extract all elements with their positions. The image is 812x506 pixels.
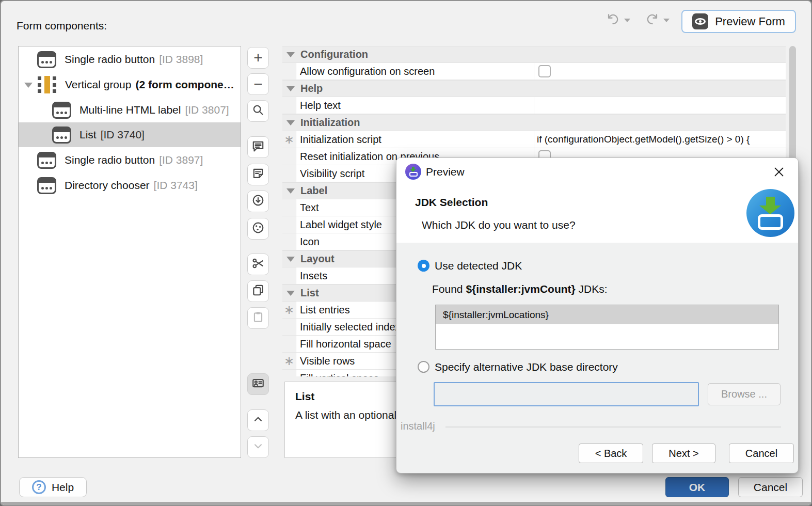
close-icon[interactable] — [771, 164, 787, 180]
property-group-configuration[interactable]: Configuration — [282, 46, 786, 63]
collapse-triangle-icon[interactable] — [286, 86, 295, 91]
form-component-icon — [52, 102, 71, 119]
column-divider — [534, 63, 534, 80]
tree-item-label: Single radio button — [65, 154, 155, 166]
property-name: Visible rows — [300, 353, 355, 369]
jdk-directory-field[interactable] — [434, 382, 699, 406]
search-button[interactable] — [247, 100, 269, 122]
move-up-button[interactable] — [247, 409, 269, 431]
cut-button[interactable] — [247, 254, 269, 275]
property-gutter — [282, 216, 296, 233]
copy-icon — [251, 283, 265, 299]
download-icon — [251, 194, 265, 209]
property-row-initialization-script[interactable]: ∗Initialization scriptif (configurationO… — [282, 131, 786, 148]
copy-button[interactable] — [247, 280, 269, 302]
tree-item-directory-chooser[interactable]: Directory chooser[ID 3743] — [19, 173, 241, 198]
tree-item-single-radio-button[interactable]: Single radio button[ID 3898] — [19, 47, 241, 72]
property-gutter — [282, 370, 296, 376]
found-suffix: JDKs: — [576, 283, 608, 295]
redo-icon[interactable] — [645, 12, 659, 28]
add-button[interactable]: + — [247, 47, 269, 69]
property-value[interactable]: if (configurationObject.getModel().getSi… — [537, 131, 750, 148]
collapse-triangle-icon[interactable] — [286, 52, 295, 57]
preview-dialog-header: Preview JDK Selection Which JDK do you w… — [396, 158, 798, 243]
preview-form-button[interactable]: Preview Form — [681, 10, 796, 33]
property-name: Visibility script — [300, 165, 364, 182]
undo-dropdown-icon[interactable] — [624, 19, 630, 22]
property-gutter — [282, 199, 296, 216]
collapse-triangle-icon[interactable] — [286, 120, 295, 125]
comment-icon — [251, 139, 265, 155]
property-name: Help text — [300, 97, 341, 114]
help-button[interactable]: ? Help — [19, 477, 87, 497]
redo-control[interactable] — [645, 12, 670, 28]
note-icon — [251, 167, 265, 182]
collapse-triangle-icon[interactable] — [286, 257, 295, 262]
note-button[interactable] — [247, 164, 269, 185]
form-component-icon — [52, 126, 71, 144]
use-detected-jdk-radio[interactable] — [418, 260, 429, 272]
tree-item-single-radio-button[interactable]: Single radio button[ID 3897] — [19, 148, 241, 172]
column-divider — [534, 97, 534, 114]
collapse-triangle-icon[interactable] — [286, 291, 295, 296]
expander-icon[interactable] — [24, 83, 33, 88]
preview-eye-icon — [692, 13, 708, 29]
use-detected-jdk-label: Use detected JDK — [435, 260, 522, 272]
found-variable: ${installer:jvmCount} — [466, 283, 575, 295]
jdk-list-selected-entry[interactable]: ${installer:jvmLocations} — [436, 305, 778, 324]
jdk-list[interactable]: ${installer:jvmLocations} — [435, 305, 779, 350]
move-down-button[interactable] — [247, 436, 269, 458]
next-button[interactable]: Next > — [652, 444, 715, 463]
specify-alternative-jdk-label: Specify alternative JDK base directory — [435, 361, 618, 373]
tree-item-label: Vertical group — [65, 78, 131, 91]
ok-button[interactable]: OK — [665, 477, 729, 497]
vertical-group-icon — [37, 76, 57, 93]
dialog-cancel-button[interactable]: Cancel — [729, 444, 794, 463]
collapse-triangle-icon[interactable] — [286, 188, 295, 194]
socket-button[interactable] — [247, 218, 269, 240]
property-group-label: List — [300, 287, 319, 299]
move-up-icon — [251, 413, 265, 428]
tree-item-vertical-group[interactable]: Vertical group(2 form compone… — [19, 72, 241, 97]
property-checkbox[interactable] — [538, 65, 551, 77]
property-name: Label widget style — [300, 216, 382, 233]
undo-icon[interactable] — [606, 12, 620, 28]
property-gutter — [282, 319, 296, 335]
add-icon: + — [253, 50, 263, 66]
wizard-step-title: JDK Selection — [415, 196, 488, 209]
redo-dropdown-icon[interactable] — [663, 19, 670, 22]
property-group-label: Label — [300, 185, 327, 197]
tree-item-list[interactable]: List[ID 3740] — [19, 122, 241, 147]
browse-button[interactable]: Browse ... — [708, 383, 781, 405]
download-button[interactable] — [247, 191, 269, 212]
back-button[interactable]: < Back — [579, 444, 643, 463]
form-components-tree: Single radio button[ID 3898]Vertical gro… — [18, 46, 241, 458]
contact-card-button[interactable] — [247, 373, 269, 395]
help-icon: ? — [32, 480, 46, 494]
undo-control[interactable] — [606, 12, 630, 28]
property-group-label: Initialization — [300, 117, 360, 129]
socket-icon — [251, 221, 265, 236]
tree-item-id: [ID 3898] — [159, 53, 203, 66]
remove-button[interactable]: − — [247, 73, 269, 95]
property-group-help[interactable]: Help — [282, 80, 786, 97]
asterisk-icon: ∗ — [284, 132, 294, 147]
paste-button[interactable] — [247, 307, 269, 329]
install4j-brand-label: install4j — [401, 420, 435, 432]
form-component-icon — [37, 177, 56, 194]
cancel-button[interactable]: Cancel — [738, 477, 803, 497]
tree-item-id: [ID 3807] — [185, 104, 229, 116]
specify-alternative-jdk-radio[interactable] — [418, 361, 429, 373]
comment-button[interactable] — [247, 136, 269, 158]
property-gutter: ∗ — [282, 131, 296, 148]
tree-item-label: Directory chooser — [65, 179, 150, 192]
help-label: Help — [52, 481, 74, 494]
tree-item-label: List — [79, 129, 97, 141]
asterisk-icon: ∗ — [284, 303, 294, 317]
property-group-initialization[interactable]: Initialization — [282, 114, 786, 131]
property-gutter: ∗ — [282, 302, 296, 318]
property-row-help-text[interactable]: Help text — [282, 97, 786, 114]
property-row-allow-configuration-on-screen[interactable]: Allow configuration on screen — [282, 63, 786, 80]
property-gutter — [282, 233, 296, 250]
tree-item-multi-line-html-label[interactable]: Multi-line HTML label[ID 3807] — [19, 98, 241, 122]
